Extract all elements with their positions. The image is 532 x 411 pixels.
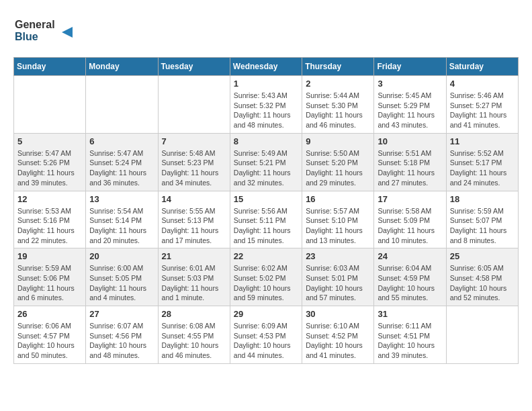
calendar-cell	[446, 306, 518, 364]
day-info: Sunrise: 5:53 AM Sunset: 5:16 PM Dayligh…	[17, 206, 82, 246]
calendar-cell: 23Sunrise: 6:03 AM Sunset: 5:01 PM Dayli…	[302, 248, 374, 306]
day-info: Sunrise: 6:02 AM Sunset: 5:02 PM Dayligh…	[234, 263, 298, 303]
day-info: Sunrise: 6:11 AM Sunset: 4:51 PM Dayligh…	[378, 321, 442, 361]
calendar-cell	[14, 76, 86, 134]
day-info: Sunrise: 6:03 AM Sunset: 5:01 PM Dayligh…	[306, 263, 370, 303]
calendar-cell: 17Sunrise: 5:58 AM Sunset: 5:09 PM Dayli…	[374, 191, 446, 248]
calendar-cell: 9Sunrise: 5:50 AM Sunset: 5:20 PM Daylig…	[302, 133, 374, 191]
calendar-cell: 26Sunrise: 6:06 AM Sunset: 4:57 PM Dayli…	[14, 306, 86, 364]
day-info: Sunrise: 5:55 AM Sunset: 5:13 PM Dayligh…	[162, 206, 226, 246]
calendar-cell: 8Sunrise: 5:49 AM Sunset: 5:21 PM Daylig…	[230, 133, 302, 191]
calendar-cell: 22Sunrise: 6:02 AM Sunset: 5:02 PM Dayli…	[230, 248, 302, 306]
day-info: Sunrise: 5:59 AM Sunset: 5:06 PM Dayligh…	[17, 263, 82, 303]
day-info: Sunrise: 5:51 AM Sunset: 5:18 PM Dayligh…	[378, 148, 442, 188]
day-info: Sunrise: 5:47 AM Sunset: 5:26 PM Dayligh…	[17, 148, 82, 188]
day-info: Sunrise: 5:44 AM Sunset: 5:30 PM Dayligh…	[306, 91, 370, 130]
day-number: 22	[234, 251, 298, 261]
day-number: 25	[450, 251, 515, 261]
calendar-cell: 25Sunrise: 6:05 AM Sunset: 4:58 PM Dayli…	[446, 248, 518, 306]
day-info: Sunrise: 5:50 AM Sunset: 5:20 PM Dayligh…	[306, 148, 370, 188]
day-info: Sunrise: 6:00 AM Sunset: 5:05 PM Dayligh…	[89, 263, 154, 303]
day-number: 15	[234, 194, 298, 204]
day-number: 26	[17, 309, 82, 319]
page-header: General Blue	[13, 13, 519, 46]
calendar-cell: 30Sunrise: 6:10 AM Sunset: 4:52 PM Dayli…	[302, 306, 374, 364]
calendar-cell: 1Sunrise: 5:43 AM Sunset: 5:32 PM Daylig…	[230, 76, 302, 134]
day-number: 3	[378, 79, 442, 89]
calendar-week-1: 1Sunrise: 5:43 AM Sunset: 5:32 PM Daylig…	[14, 76, 519, 134]
day-number: 12	[17, 194, 82, 204]
day-number: 7	[162, 136, 226, 146]
svg-marker-2	[62, 27, 73, 38]
calendar-cell: 12Sunrise: 5:53 AM Sunset: 5:16 PM Dayli…	[14, 191, 86, 248]
day-number: 28	[162, 309, 226, 319]
calendar-cell: 6Sunrise: 5:47 AM Sunset: 5:24 PM Daylig…	[86, 133, 158, 191]
calendar-cell: 31Sunrise: 6:11 AM Sunset: 4:51 PM Dayli…	[374, 306, 446, 364]
calendar-cell: 19Sunrise: 5:59 AM Sunset: 5:06 PM Dayli…	[14, 248, 86, 306]
day-info: Sunrise: 6:07 AM Sunset: 4:56 PM Dayligh…	[89, 321, 154, 361]
day-number: 5	[17, 136, 82, 146]
calendar-cell: 2Sunrise: 5:44 AM Sunset: 5:30 PM Daylig…	[302, 76, 374, 134]
calendar-cell: 10Sunrise: 5:51 AM Sunset: 5:18 PM Dayli…	[374, 133, 446, 191]
day-number: 6	[89, 136, 154, 146]
day-info: Sunrise: 5:57 AM Sunset: 5:10 PM Dayligh…	[306, 206, 370, 246]
calendar-cell: 3Sunrise: 5:45 AM Sunset: 5:29 PM Daylig…	[374, 76, 446, 134]
calendar-cell	[86, 76, 158, 134]
logo-icon: General Blue	[13, 13, 74, 44]
day-number: 23	[306, 251, 370, 261]
day-info: Sunrise: 6:08 AM Sunset: 4:55 PM Dayligh…	[162, 321, 226, 361]
day-header-thursday: Thursday	[302, 58, 374, 76]
calendar-cell: 5Sunrise: 5:47 AM Sunset: 5:26 PM Daylig…	[14, 133, 86, 191]
day-info: Sunrise: 6:06 AM Sunset: 4:57 PM Dayligh…	[17, 321, 82, 361]
calendar-cell: 14Sunrise: 5:55 AM Sunset: 5:13 PM Dayli…	[158, 191, 230, 248]
calendar-cell: 27Sunrise: 6:07 AM Sunset: 4:56 PM Dayli…	[86, 306, 158, 364]
day-info: Sunrise: 5:47 AM Sunset: 5:24 PM Dayligh…	[89, 148, 154, 188]
day-info: Sunrise: 6:10 AM Sunset: 4:52 PM Dayligh…	[306, 321, 370, 361]
calendar-cell: 13Sunrise: 5:54 AM Sunset: 5:14 PM Dayli…	[86, 191, 158, 248]
calendar-cell: 28Sunrise: 6:08 AM Sunset: 4:55 PM Dayli…	[158, 306, 230, 364]
day-info: Sunrise: 5:43 AM Sunset: 5:32 PM Dayligh…	[234, 91, 298, 130]
day-info: Sunrise: 5:46 AM Sunset: 5:27 PM Dayligh…	[450, 91, 515, 130]
day-number: 14	[162, 194, 226, 204]
calendar-week-5: 26Sunrise: 6:06 AM Sunset: 4:57 PM Dayli…	[14, 306, 519, 364]
day-number: 20	[89, 251, 154, 261]
calendar-cell: 20Sunrise: 6:00 AM Sunset: 5:05 PM Dayli…	[86, 248, 158, 306]
calendar-cell: 11Sunrise: 5:52 AM Sunset: 5:17 PM Dayli…	[446, 133, 518, 191]
svg-text:General: General	[15, 19, 55, 30]
day-number: 31	[378, 309, 442, 319]
day-info: Sunrise: 5:45 AM Sunset: 5:29 PM Dayligh…	[378, 91, 442, 130]
day-header-monday: Monday	[86, 58, 158, 76]
day-header-sunday: Sunday	[14, 58, 86, 76]
logo: General Blue	[13, 13, 74, 46]
day-number: 4	[450, 79, 515, 89]
day-number: 9	[306, 136, 370, 146]
day-number: 21	[162, 251, 226, 261]
calendar-cell: 16Sunrise: 5:57 AM Sunset: 5:10 PM Dayli…	[302, 191, 374, 248]
day-number: 16	[306, 194, 370, 204]
calendar-cell: 4Sunrise: 5:46 AM Sunset: 5:27 PM Daylig…	[446, 76, 518, 134]
day-info: Sunrise: 6:04 AM Sunset: 4:59 PM Dayligh…	[378, 263, 442, 303]
day-info: Sunrise: 5:54 AM Sunset: 5:14 PM Dayligh…	[89, 206, 154, 246]
day-number: 17	[378, 194, 442, 204]
calendar-cell: 15Sunrise: 5:56 AM Sunset: 5:11 PM Dayli…	[230, 191, 302, 248]
day-number: 2	[306, 79, 370, 89]
calendar-week-2: 5Sunrise: 5:47 AM Sunset: 5:26 PM Daylig…	[14, 133, 519, 191]
day-number: 19	[17, 251, 82, 261]
day-info: Sunrise: 5:59 AM Sunset: 5:07 PM Dayligh…	[450, 206, 515, 246]
day-header-friday: Friday	[374, 58, 446, 76]
day-number: 10	[378, 136, 442, 146]
day-number: 30	[306, 309, 370, 319]
calendar-cell: 21Sunrise: 6:01 AM Sunset: 5:03 PM Dayli…	[158, 248, 230, 306]
calendar-cell: 7Sunrise: 5:48 AM Sunset: 5:23 PM Daylig…	[158, 133, 230, 191]
day-number: 1	[234, 79, 298, 89]
day-info: Sunrise: 5:49 AM Sunset: 5:21 PM Dayligh…	[234, 148, 298, 188]
day-info: Sunrise: 5:56 AM Sunset: 5:11 PM Dayligh…	[234, 206, 298, 246]
day-number: 18	[450, 194, 515, 204]
calendar-cell: 18Sunrise: 5:59 AM Sunset: 5:07 PM Dayli…	[446, 191, 518, 248]
calendar-cell: 24Sunrise: 6:04 AM Sunset: 4:59 PM Dayli…	[374, 248, 446, 306]
calendar-week-4: 19Sunrise: 5:59 AM Sunset: 5:06 PM Dayli…	[14, 248, 519, 306]
svg-text:Blue: Blue	[15, 31, 38, 42]
calendar-cell: 29Sunrise: 6:09 AM Sunset: 4:53 PM Dayli…	[230, 306, 302, 364]
calendar-cell	[158, 76, 230, 134]
calendar-header-row: SundayMondayTuesdayWednesdayThursdayFrid…	[14, 58, 519, 76]
